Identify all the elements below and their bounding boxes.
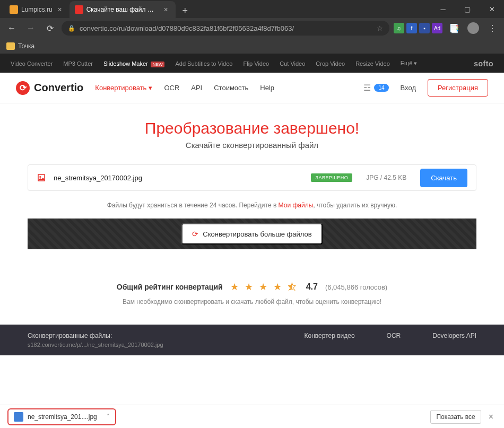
toolbar-link[interactable]: Resize Video [355, 60, 390, 67]
avatar-icon[interactable] [466, 21, 481, 36]
star-icon[interactable]: ☆ [377, 24, 383, 32]
new-badge: NEW [151, 62, 165, 67]
file-meta: JPG / 42.5 KB [366, 174, 406, 181]
nav-convert[interactable]: Конвертировать ▾ [95, 84, 152, 92]
softo-logo[interactable]: softo [474, 59, 493, 68]
toolbar-link[interactable]: MP3 Cutter [63, 60, 93, 67]
download-button[interactable]: Скачать [420, 169, 467, 187]
badge-count: 14 [374, 84, 388, 92]
toolbar-link[interactable]: Flip Video [243, 60, 269, 67]
ext-icon[interactable]: ▪ [419, 23, 430, 33]
page-title: Преобразование завершено! [0, 119, 504, 137]
footer-file-link[interactable]: s182.convertio.me/p/.../ne_stremitsya_20… [28, 342, 273, 348]
toolbar-link[interactable]: Crop Video [316, 60, 345, 67]
page-content: Video Converter MP3 Cutter Slideshow Mak… [0, 54, 504, 405]
logo[interactable]: ⟳ Convertio [16, 81, 83, 95]
nav-api[interactable]: API [191, 84, 202, 92]
logo-text: Convertio [34, 82, 83, 94]
status-badge: ЗАВЕРШЕНО [311, 173, 352, 182]
register-button[interactable]: Регистрация [428, 79, 488, 97]
toolbar-link[interactable]: Add Subtitles to Video [175, 60, 232, 67]
ext-icon[interactable]: Ad [432, 23, 442, 33]
menu-icon[interactable]: ⋮ [485, 21, 500, 36]
tab-1[interactable]: Скачайте ваш файл — Convertio × [69, 1, 176, 18]
download-filename: ne_stremitsya_201....jpg [28, 413, 97, 421]
softo-toolbar: Video Converter MP3 Cutter Slideshow Mak… [0, 54, 504, 73]
bookmark-item[interactable]: Точка [18, 42, 34, 50]
convert-more-button[interactable]: ⟳ Сконвертировать больше файлов [181, 223, 322, 244]
lock-icon: 🔒 [68, 25, 75, 32]
forward-button[interactable]: → [23, 21, 38, 36]
tab-favicon [10, 5, 18, 14]
file-row: ne_stremitsya_20170002.jpg ЗАВЕРШЕНО JPG… [28, 164, 476, 191]
new-tab-button[interactable]: + [178, 3, 193, 18]
toolbar-link[interactable]: Video Converter [11, 60, 53, 67]
toolbar-link[interactable]: Slideshow Maker NEW [103, 60, 165, 67]
footer-link[interactable]: Developers API [432, 332, 476, 348]
image-icon [37, 173, 46, 182]
window-controls: ─ ▢ ✕ [431, 0, 504, 18]
show-all-button[interactable]: Показать все [430, 410, 481, 424]
main-content: Преобразование завершено! Скачайте сконв… [0, 103, 504, 405]
tab-0[interactable]: Lumpics.ru × [4, 1, 69, 18]
close-bar-button[interactable]: × [485, 412, 497, 422]
address-bar: ← → ⟳ 🔒 convertio.co/ru/download/d07880d… [0, 18, 504, 38]
login-link[interactable]: Вход [401, 84, 416, 92]
convert-more-band: ⟳ Сконвертировать больше файлов [28, 219, 476, 249]
rating-label: Общий рейтинг конвертаций [117, 283, 223, 291]
footer-link[interactable]: OCR [387, 332, 401, 348]
footer-link[interactable]: Конвертер видео [305, 332, 355, 348]
rating-count: (6,045,866 голосов) [325, 283, 387, 291]
nav-ocr[interactable]: OCR [164, 84, 179, 92]
close-icon[interactable]: × [56, 5, 64, 14]
extension-icons: ♫ f ▪ Ad [394, 23, 442, 33]
rating-score: 4.7 [306, 282, 318, 292]
browser-titlebar: Lumpics.ru × Скачайте ваш файл — Convert… [0, 0, 504, 18]
footer-converted-label: Сконвертированные файлы: [28, 332, 273, 339]
url-box[interactable]: 🔒 convertio.co/ru/download/d07880d9c832f… [62, 21, 389, 36]
chevron-down-icon: ▾ [149, 84, 152, 92]
nav-pricing[interactable]: Стоимость [214, 84, 248, 92]
back-button[interactable]: ← [4, 21, 19, 36]
tab-title: Lumpics.ru [21, 6, 53, 13]
reload-button[interactable]: ⟳ [42, 21, 57, 36]
ext-icon[interactable]: f [406, 23, 417, 33]
svg-point-0 [39, 176, 41, 178]
tab-title: Скачайте ваш файл — Convertio [86, 6, 159, 13]
nav-help[interactable]: Help [260, 84, 274, 92]
rating-note: Вам необходимо сконвертировать и скачать… [0, 298, 504, 305]
close-button[interactable]: ✕ [480, 0, 504, 18]
file-icon [14, 412, 23, 422]
maximize-button[interactable]: ▢ [455, 0, 480, 18]
site-header: ⟳ Convertio Конвертировать ▾ OCR API Сто… [0, 73, 504, 103]
downloads-bar: ne_stremitsya_201....jpg ˄ Показать все … [0, 405, 504, 428]
folder-icon [6, 42, 15, 50]
footer: Сконвертированные файлы: s182.convertio.… [0, 325, 504, 355]
storage-note: Файлы будут храниться в течение 24 часов… [0, 202, 504, 209]
file-name: ne_stremitsya_20170002.jpg [54, 174, 303, 182]
chevron-up-icon[interactable]: ˄ [107, 413, 110, 420]
tab-favicon [75, 5, 83, 14]
close-icon[interactable]: × [162, 5, 170, 14]
toolbar-link[interactable]: Cut Video [280, 60, 305, 67]
url-text: convertio.co/ru/download/d07880d9c832fa8… [80, 24, 372, 32]
bookmarks-bar: Точка [0, 38, 504, 54]
page-subtitle: Скачайте сконвертированный файл [0, 141, 504, 150]
layers-icon: ☲ [363, 83, 371, 93]
logo-icon: ⟳ [16, 81, 30, 95]
reading-list-icon[interactable]: 📑 [447, 21, 462, 36]
my-files-link[interactable]: Мои файлы [279, 202, 314, 209]
rating-row: Общий рейтинг конвертаций ★ ★ ★ ★ ⯪ 4.7 … [0, 281, 504, 293]
conversions-badge[interactable]: ☲ 14 [363, 83, 388, 93]
minimize-button[interactable]: ─ [431, 0, 455, 18]
refresh-icon: ⟳ [192, 230, 198, 238]
download-item[interactable]: ne_stremitsya_201....jpg ˄ [7, 408, 116, 425]
ext-icon[interactable]: ♫ [394, 23, 404, 33]
toolbar-link[interactable]: Ещё ▾ [401, 60, 418, 67]
stars-icon: ★ ★ ★ ★ ⯪ [230, 281, 299, 293]
